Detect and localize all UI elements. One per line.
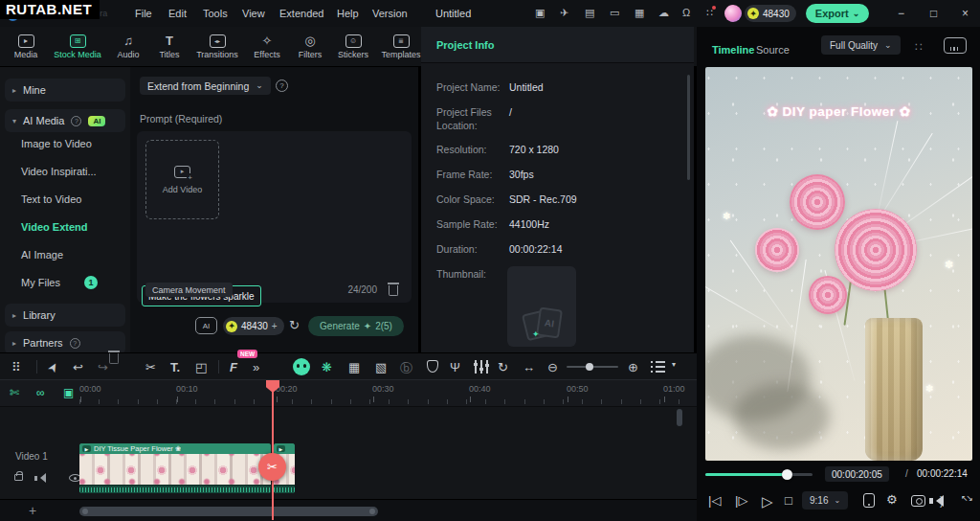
menu-help[interactable]: Help: [337, 8, 359, 19]
image-icon[interactable]: ▧: [375, 360, 387, 374]
play-button[interactable]: ▷: [762, 493, 773, 510]
sidebar-group-mine[interactable]: ▸ Mine: [5, 79, 125, 102]
ai-copilot-icon[interactable]: [293, 358, 310, 375]
quality-dropdown[interactable]: Full Quality ⌄: [821, 35, 901, 55]
user-avatar[interactable]: [724, 5, 742, 22]
generate-button[interactable]: Generate ✦ 2(5): [308, 316, 404, 336]
zoom-in-icon[interactable]: ⊕: [628, 360, 638, 374]
snapshot-camera-icon[interactable]: [911, 495, 925, 507]
split-scissors-icon[interactable]: ✂: [145, 360, 156, 374]
mute-track-icon[interactable]: [40, 473, 46, 483]
previous-frame-button[interactable]: |◁: [708, 493, 721, 508]
tab-effects[interactable]: ✧ Effects: [245, 28, 289, 66]
zoom-out-icon[interactable]: ⊖: [547, 360, 558, 374]
layout-grid-icon[interactable]: ∷: [915, 40, 923, 54]
snap-icon[interactable]: ▣: [63, 386, 74, 399]
menu-extended[interactable]: Extended: [279, 8, 323, 19]
share-icon[interactable]: ✈: [560, 8, 568, 18]
refresh-icon[interactable]: ↻: [289, 319, 300, 331]
menu-tools[interactable]: Tools: [203, 8, 228, 19]
auto-fit-icon[interactable]: ↔: [523, 360, 535, 374]
adjust-tool-icon[interactable]: F: [230, 360, 237, 374]
track-manager-icon[interactable]: [651, 361, 665, 373]
fullscreen-icon[interactable]: ↖↘: [961, 493, 971, 503]
playback-settings-gear-icon[interactable]: ⚙: [886, 493, 898, 506]
speed-icon[interactable]: ⓑ: [400, 360, 412, 377]
seek-bar[interactable]: [705, 473, 813, 476]
help-icon[interactable]: ?: [276, 79, 288, 92]
zoom-slider-handle[interactable]: [586, 363, 593, 371]
video-scope-icon[interactable]: [944, 37, 967, 54]
camera-movement-button[interactable]: Camera Movement: [145, 283, 233, 297]
video-preview[interactable]: ✿ DIY paper Flower ✿ ✽ ✽ ✽: [705, 67, 972, 461]
sidebar-item-text-to-video[interactable]: Text to Video: [21, 193, 81, 205]
audio-mixer-icon[interactable]: [475, 360, 488, 374]
tab-timeline[interactable]: Timeline: [712, 44, 754, 56]
add-video-dropzone[interactable]: ▸ Add Video: [145, 140, 219, 219]
chevron-down-icon[interactable]: ▾: [672, 360, 676, 369]
notifications-grid-icon[interactable]: ∷: [706, 8, 713, 18]
delete-trash-icon[interactable]: [122, 360, 132, 373]
add-track-button[interactable]: +: [29, 503, 36, 518]
lock-track-icon[interactable]: [14, 474, 23, 481]
timeline-horizontal-scrollbar[interactable]: [79, 507, 378, 516]
more-tools-icon[interactable]: »: [253, 360, 259, 374]
tab-transitions[interactable]: ◂▸ Transitions: [189, 28, 245, 66]
tab-stickers[interactable]: ☺ Stickers: [331, 28, 375, 66]
gift-icon[interactable]: ▣: [535, 8, 545, 18]
sidebar-item-my-files[interactable]: My Files: [21, 277, 60, 288]
quick-split-scissors-button[interactable]: ✂: [258, 453, 286, 481]
timeline-ruler[interactable]: ✄ ∞ ▣ 00:00 00:10 00:20 00:30 00:40 00:5…: [0, 380, 697, 407]
sidebar-item-ai-image[interactable]: AI Image: [21, 249, 63, 260]
tab-source[interactable]: Source: [756, 44, 790, 56]
track-vertical-scrollbar[interactable]: [677, 409, 682, 426]
extend-mode-dropdown[interactable]: Extend from Beginning ⌄: [140, 77, 271, 95]
redo-icon[interactable]: ↪: [98, 360, 108, 374]
window-minimize-button[interactable]: −: [898, 7, 904, 20]
next-frame-button[interactable]: |▷: [735, 493, 747, 508]
sidebar-group-library[interactable]: ▸ Library: [5, 304, 125, 327]
clapper-icon[interactable]: ▦: [348, 360, 360, 374]
menu-version[interactable]: Version: [372, 8, 408, 19]
seek-handle[interactable]: [782, 469, 792, 480]
undo-icon[interactable]: ↩: [73, 360, 83, 374]
voiceover-mic-icon[interactable]: Ψ: [450, 360, 460, 374]
tab-templates[interactable]: ≣ Templates: [375, 28, 427, 66]
window-maximize-button[interactable]: □: [930, 7, 937, 20]
link-clips-icon[interactable]: ∞: [36, 386, 45, 399]
video-clip[interactable]: ▶ DIY Tissue Paper Flower ❀: [79, 443, 271, 493]
ai-effects-flower-icon[interactable]: ❋: [322, 360, 332, 374]
apps-grid-icon[interactable]: ⠿: [11, 360, 21, 374]
crop-icon[interactable]: ◰: [195, 360, 207, 374]
panel-scrollbar[interactable]: [687, 75, 690, 180]
coin-balance-pill[interactable]: ✦ 48430 +: [223, 317, 284, 335]
sidebar-item-video-extend[interactable]: Video Extend: [21, 221, 87, 233]
cloud-upload-icon[interactable]: ☁: [658, 8, 669, 18]
sidebar-item-video-inspiration[interactable]: Video Inspirati...: [21, 166, 97, 177]
coin-balance-pill[interactable]: ✦ 48430: [745, 5, 796, 22]
display-icon[interactable]: ▭: [610, 8, 619, 18]
tab-media[interactable]: ▸ Media: [4, 28, 48, 66]
timeline-zoom-slider[interactable]: [567, 366, 618, 368]
rotate-transform-icon[interactable]: ↻: [498, 360, 508, 374]
volume-speaker-icon[interactable]: [936, 495, 944, 507]
export-button[interactable]: Export ⌄: [806, 4, 869, 23]
tab-titles[interactable]: T Titles: [149, 28, 189, 66]
prompt-input-area[interactable]: ▸ Add Video Make the flowers sparkle Cam…: [137, 131, 412, 303]
aspect-ratio-dropdown[interactable]: 9:16 ⌄: [802, 491, 848, 510]
headset-support-icon[interactable]: Ω: [682, 8, 690, 18]
auto-ripple-icon[interactable]: ✄: [10, 386, 19, 399]
clear-prompt-trash-icon[interactable]: [389, 285, 398, 296]
text-tool-icon[interactable]: T.: [170, 360, 180, 374]
workspace-icon[interactable]: ▤: [585, 8, 594, 18]
ai-model-button[interactable]: AI: [195, 317, 217, 334]
stop-button[interactable]: □: [785, 493, 792, 508]
sidebar-group-ai-media[interactable]: ▾ AI Media ? AI: [5, 109, 125, 132]
tab-audio[interactable]: ♫ Audio: [107, 28, 149, 66]
menu-edit[interactable]: Edit: [168, 8, 187, 19]
window-close-button[interactable]: ×: [962, 7, 969, 20]
tab-filters[interactable]: ◎ Filters: [289, 28, 331, 66]
playhead-line[interactable]: [272, 380, 274, 520]
tab-stock-media[interactable]: ⊞ Stock Media: [48, 28, 107, 66]
select-cursor-icon[interactable]: ➤: [44, 359, 61, 375]
